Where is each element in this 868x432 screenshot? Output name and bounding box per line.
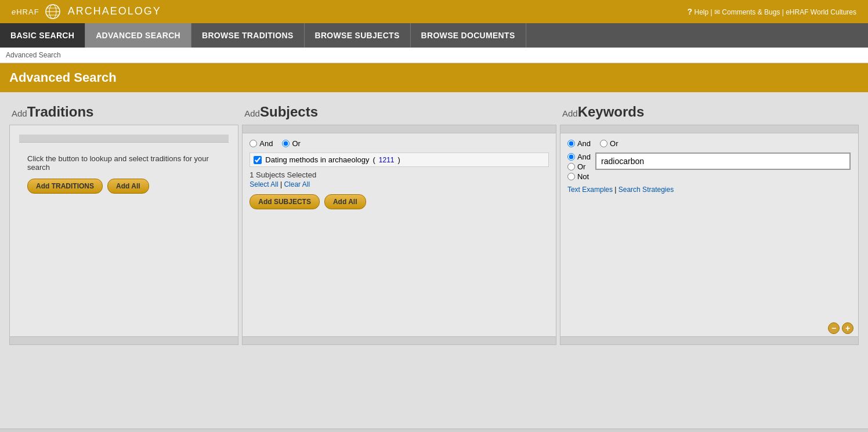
site-logo: eHRAF ARCHAEOLOGY (12, 3, 161, 20)
tab-basic-search[interactable]: BASIC Search (0, 23, 85, 48)
keywords-or-radio[interactable] (567, 163, 575, 170)
tab-browse-documents[interactable]: Browse DOCUMENTS (411, 23, 526, 48)
traditions-column: AddTraditions Click the button to lookup… (9, 104, 238, 345)
select-all-link[interactable]: Select All (249, 180, 278, 188)
keywords-and-radio[interactable] (567, 153, 575, 161)
subject-checkbox[interactable] (254, 156, 262, 164)
keyword-links: Text Examples | Search Strategies (567, 186, 851, 194)
subjects-header: AddSubjects (242, 104, 556, 120)
email-icon: ✉ (714, 8, 720, 16)
keywords-not-label[interactable]: Not (567, 172, 591, 181)
text-examples-link[interactable]: Text Examples (567, 186, 613, 194)
traditions-panel-content: Click the button to lookup and select tr… (19, 143, 229, 201)
subjects-operator-row: And Or (249, 139, 549, 148)
tab-browse-traditions[interactable]: Browse TRADITIONS (191, 23, 305, 48)
subjects-and-radio[interactable] (249, 140, 257, 147)
subjects-panel-bottom-bar (243, 336, 556, 344)
top-bar: eHRAF ARCHAEOLOGY ? Help | ✉ Comments & … (0, 0, 868, 23)
traditions-panel: Click the button to lookup and select tr… (9, 125, 238, 345)
keywords-panel-bottom-bar (560, 336, 858, 344)
keywords-panel: And Or And (560, 125, 859, 345)
nav-bar: BASIC Search ADVANCED Search Browse TRAD… (0, 23, 868, 48)
subjects-buttons: Add SUBJECTS Add All (249, 194, 549, 209)
add-subjects-button[interactable]: Add SUBJECTS (249, 194, 320, 209)
tab-advanced-search[interactable]: ADVANCED Search (85, 23, 191, 48)
subjects-panel: And Or Dating methods in archaeology (12… (242, 125, 556, 345)
columns: AddTraditions Click the button to lookup… (9, 104, 859, 345)
breadcrumb: Advanced Search (0, 48, 868, 63)
globe-icon (45, 3, 61, 20)
keywords-operator-top-row: And Or (567, 139, 851, 148)
traditions-panel-bottom-bar (10, 336, 238, 344)
subject-item: Dating methods in archaeology (1211) (249, 153, 549, 167)
help-link[interactable]: Help (695, 8, 709, 16)
subjects-panel-content: And Or Dating methods in archaeology (12… (243, 133, 556, 215)
subjects-column: AddSubjects And Or (242, 104, 556, 345)
subjects-or-label[interactable]: Or (282, 139, 300, 148)
subjects-and-label[interactable]: And (249, 139, 273, 148)
subjects-links: Select All | Clear All (249, 180, 549, 188)
add-all-traditions-button[interactable]: Add All (107, 179, 149, 194)
help-icon: ? (688, 7, 693, 16)
subjects-panel-top-bar (243, 125, 556, 133)
keyword-input[interactable] (595, 153, 851, 170)
keywords-top-or-label[interactable]: Or (600, 139, 618, 148)
keywords-panel-top-bar (560, 125, 858, 133)
search-strategies-link[interactable]: Search Strategies (619, 186, 674, 194)
keyword-icon-buttons: − + (828, 322, 853, 334)
traditions-header: AddTraditions (9, 104, 238, 120)
keywords-top-and-label[interactable]: And (567, 139, 591, 148)
keywords-top-and-radio[interactable] (567, 140, 575, 147)
add-traditions-button[interactable]: Add TRADITIONS (27, 179, 103, 194)
add-all-subjects-button[interactable]: Add All (324, 194, 366, 209)
tab-browse-subjects[interactable]: Browse SUBJECTS (305, 23, 411, 48)
world-cultures-link[interactable]: eHRAF World Cultures (786, 8, 856, 16)
traditions-hint: Click the button to lookup and select tr… (27, 154, 220, 172)
keywords-input-row: And Or Not (567, 153, 851, 181)
comments-link[interactable]: Comments & Bugs (722, 8, 780, 16)
keywords-header: AddKeywords (560, 104, 859, 120)
breadcrumb-link[interactable]: Advanced Search (6, 51, 61, 59)
page-title-banner: Advanced Search (0, 63, 868, 92)
subjects-or-radio[interactable] (282, 140, 290, 147)
keywords-panel-content: And Or And (560, 133, 858, 199)
keywords-column: AddKeywords And Or (560, 104, 859, 345)
keywords-not-radio[interactable] (567, 173, 575, 180)
plus-button[interactable]: + (842, 322, 853, 334)
keywords-top-or-radio[interactable] (600, 140, 607, 147)
main-content: AddTraditions Click the button to lookup… (0, 92, 868, 429)
traditions-panel-top-bar (19, 135, 229, 143)
keywords-andornot-group: And Or Not (567, 153, 591, 181)
traditions-buttons: Add TRADITIONS Add All (27, 179, 220, 194)
keywords-and-label[interactable]: And (567, 153, 591, 161)
page-title: Advanced Search (9, 70, 117, 85)
keywords-or-label[interactable]: Or (567, 162, 591, 171)
subjects-summary: 1 Subjects Selected (249, 170, 549, 179)
top-links: ? Help | ✉ Comments & Bugs | eHRAF World… (688, 7, 856, 16)
clear-all-link[interactable]: Clear All (284, 180, 310, 188)
minus-button[interactable]: − (828, 322, 840, 334)
bottom-bar: SEARCH RESET (0, 429, 868, 432)
